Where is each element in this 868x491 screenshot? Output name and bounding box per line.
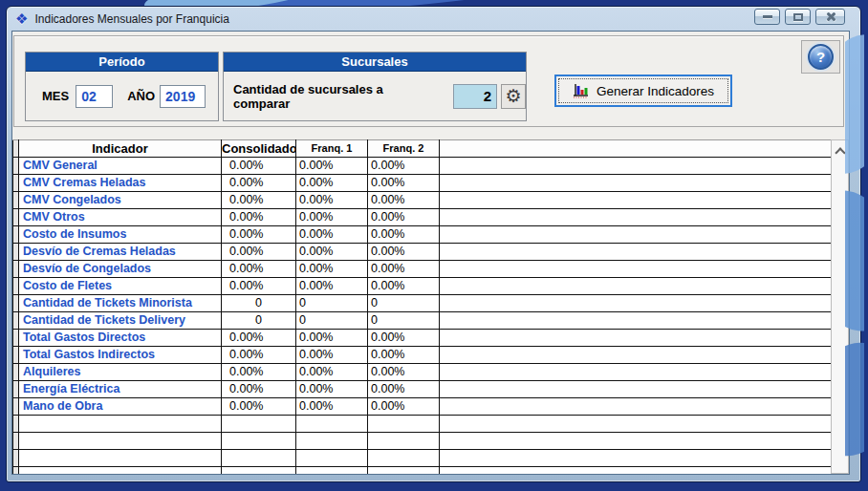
value-cell[interactable]: 0.00% (222, 192, 296, 209)
table-row[interactable]: Cantidad de Tickets Minorista000 (13, 295, 832, 312)
table-row-empty[interactable] (13, 450, 832, 467)
value-cell[interactable]: 0.00% (222, 175, 296, 192)
table-row[interactable]: CMV Cremas Heladas0.00%0.00%0.00% (13, 175, 832, 192)
indicator-cell[interactable]: Alquileres (19, 364, 222, 381)
value-cell[interactable]: 0.00% (222, 347, 296, 364)
indicator-cell[interactable]: CMV Congelados (19, 192, 222, 209)
value-cell[interactable]: 0 (222, 312, 296, 330)
indicator-cell[interactable]: Cantidad de Tickets Minorista (19, 295, 222, 312)
indicator-cell[interactable]: CMV Otros (19, 209, 222, 226)
value-cell[interactable]: 0.00% (368, 175, 440, 192)
table-row-empty[interactable] (13, 433, 832, 450)
value-cell[interactable]: 0.00% (296, 381, 368, 398)
table-row-empty[interactable] (13, 416, 832, 433)
periodo-header: Período (26, 53, 218, 72)
help-button[interactable]: ? (801, 40, 840, 74)
indicator-cell[interactable]: Cantidad de Tickets Delivery (19, 312, 222, 330)
value-cell[interactable]: 0.00% (222, 209, 296, 226)
indicator-cell[interactable]: Energía Eléctrica (19, 381, 222, 398)
table-row[interactable]: Total Gastos Indirectos0.00%0.00%0.00% (13, 347, 832, 364)
table-row[interactable]: Desvío de Cremas Heladas0.00%0.00%0.00% (13, 244, 832, 261)
value-cell[interactable]: 0.00% (368, 192, 440, 209)
generar-indicadores-button[interactable]: Generar Indicadores (554, 75, 732, 107)
value-cell[interactable]: 0.00% (222, 158, 296, 175)
close-button[interactable] (815, 9, 845, 25)
indicator-cell[interactable]: CMV Cremas Heladas (19, 175, 222, 192)
value-cell[interactable]: 0.00% (368, 226, 440, 244)
value-cell[interactable]: 0.00% (222, 278, 296, 295)
value-cell[interactable]: 0.00% (368, 261, 440, 278)
table-row[interactable]: Desvío de Congelados0.00%0.00%0.00% (13, 261, 832, 278)
value-cell[interactable]: 0 (222, 295, 296, 312)
value-cell[interactable]: 0.00% (368, 278, 440, 295)
value-cell[interactable]: 0.00% (222, 226, 296, 244)
value-cell[interactable]: 0.00% (222, 364, 296, 381)
value-cell[interactable]: 0.00% (222, 381, 296, 398)
value-cell[interactable]: 0.00% (368, 158, 440, 175)
mes-input[interactable] (76, 85, 113, 108)
value-cell[interactable]: 0.00% (296, 261, 368, 278)
column-header-franq2[interactable]: Franq. 2 (368, 140, 440, 158)
value-cell[interactable]: 0.00% (222, 398, 296, 416)
value-cell[interactable]: 0.00% (296, 175, 368, 192)
value-cell[interactable]: 0.00% (296, 192, 368, 209)
value-cell[interactable]: 0.00% (296, 244, 368, 261)
table-row[interactable]: CMV General0.00%0.00%0.00% (13, 158, 832, 175)
table-row[interactable]: Mano de Obra0.00%0.00%0.00% (13, 398, 832, 416)
value-cell[interactable]: 0.00% (222, 261, 296, 278)
indicator-cell[interactable]: Mano de Obra (19, 398, 222, 416)
maximize-button[interactable] (785, 9, 811, 25)
table-row[interactable]: Costo de Insumos0.00%0.00%0.00% (13, 226, 832, 244)
value-cell[interactable]: 0.00% (296, 364, 368, 381)
value-cell[interactable]: 0.00% (296, 278, 368, 295)
table-row[interactable]: Alquileres0.00%0.00%0.00% (13, 364, 832, 381)
sucursales-count-input[interactable] (453, 84, 497, 109)
value-cell[interactable]: 0.00% (368, 398, 440, 416)
value-cell[interactable]: 0.00% (368, 364, 440, 381)
indicator-cell[interactable]: Total Gastos Indirectos (19, 347, 222, 364)
value-cell[interactable]: 0.00% (296, 226, 368, 244)
filler-cell (440, 209, 832, 226)
column-header-franq1[interactable]: Franq. 1 (296, 140, 368, 158)
table-row[interactable]: Cantidad de Tickets Delivery000 (13, 312, 832, 330)
indicator-cell[interactable]: CMV General (19, 158, 222, 175)
indicator-cell[interactable]: Costo de Fletes (19, 278, 222, 295)
table-row[interactable]: CMV Congelados0.00%0.00%0.00% (13, 192, 832, 209)
value-cell[interactable]: 0.00% (222, 330, 296, 347)
anio-input[interactable] (160, 85, 206, 108)
value-cell[interactable]: 0 (296, 312, 368, 330)
table-row[interactable]: Total Gastos Directos0.00%0.00%0.00% (13, 330, 832, 347)
window-title: Indicadores Mensuales por Franquicia (34, 12, 228, 26)
table-row[interactable]: CMV Otros0.00%0.00%0.00% (13, 209, 832, 226)
value-cell[interactable]: 0.00% (296, 330, 368, 347)
value-cell[interactable]: 0 (296, 295, 368, 312)
value-cell[interactable]: 0.00% (296, 158, 368, 175)
value-cell[interactable]: 0.00% (368, 330, 440, 347)
value-cell[interactable]: 0.00% (368, 209, 440, 226)
indicator-cell[interactable]: Total Gastos Directos (19, 330, 222, 347)
column-header-consolidado[interactable]: Consolidado (222, 140, 296, 158)
value-cell[interactable]: 0.00% (296, 398, 368, 416)
value-cell[interactable]: 0 (368, 312, 440, 330)
table-row[interactable]: Energía Eléctrica0.00%0.00%0.00% (13, 381, 832, 398)
value-cell[interactable]: 0.00% (222, 244, 296, 261)
value-cell[interactable]: 0 (368, 295, 440, 312)
value-cell[interactable]: 0.00% (296, 209, 368, 226)
table-row-empty[interactable] (13, 467, 832, 475)
value-cell[interactable]: 0.00% (368, 381, 440, 398)
sucursales-config-button[interactable]: ⚙ (501, 84, 526, 109)
column-header-indicador[interactable]: Indicador (19, 140, 222, 158)
value-cell[interactable]: 0.00% (368, 347, 440, 364)
value-cell[interactable]: 0.00% (368, 244, 440, 261)
minimize-button[interactable] (754, 9, 780, 25)
indicator-cell[interactable]: Desvío de Congelados (19, 261, 222, 278)
anio-label: AÑO (127, 89, 155, 103)
indicator-cell[interactable]: Costo de Insumos (19, 226, 222, 244)
value-cell[interactable]: 0.00% (296, 347, 368, 364)
vertical-scrollbar[interactable] (831, 139, 849, 474)
indicators-grid: Indicador Consolidado Franq. 1 Franq. 2 … (12, 139, 831, 474)
table-row[interactable]: Costo de Fletes0.00%0.00%0.00% (13, 278, 832, 295)
sucursales-count-label: Cantidad de sucursales a comparar (233, 82, 442, 111)
chevron-up-icon[interactable] (835, 147, 845, 158)
indicator-cell[interactable]: Desvío de Cremas Heladas (19, 244, 222, 261)
